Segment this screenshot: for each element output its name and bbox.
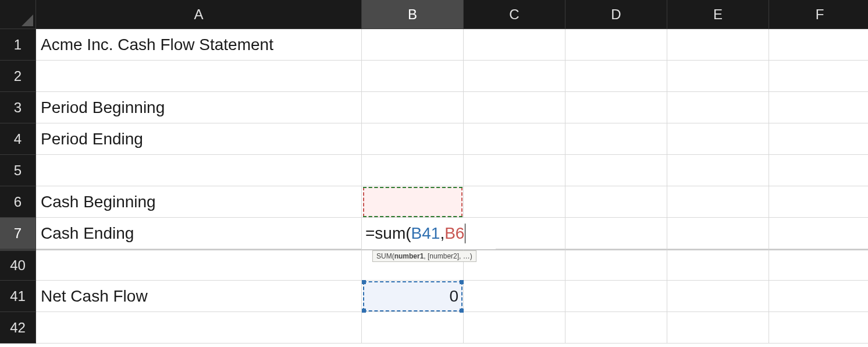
cell-value: Acme Inc. Cash Flow Statement: [41, 36, 273, 54]
tooltip-fn: SUM: [376, 252, 392, 260]
formula-text-prefix: =sum(: [365, 224, 411, 243]
cell-value: Period Beginning: [41, 98, 165, 117]
cell-c4[interactable]: [464, 123, 565, 155]
cell-b2[interactable]: [362, 61, 464, 92]
cell-value: Cash Beginning: [41, 193, 156, 211]
cell-d6[interactable]: [565, 186, 667, 218]
cell-d7[interactable]: [565, 218, 667, 249]
column-headers: ABCDEF: [36, 0, 868, 29]
cell-c1[interactable]: [464, 29, 565, 61]
cell-e7[interactable]: [667, 218, 769, 249]
cell-c42[interactable]: [464, 312, 565, 344]
row-header-2[interactable]: 2: [0, 61, 36, 92]
cell-a7[interactable]: Cash Ending: [36, 218, 362, 249]
formula-edit-cell[interactable]: =sum(B41,B6: [362, 218, 496, 249]
cell-f41[interactable]: [769, 281, 868, 312]
cell-a6[interactable]: Cash Beginning: [36, 186, 362, 218]
cell-e41[interactable]: [667, 281, 769, 312]
row-header-1[interactable]: 1: [0, 29, 36, 61]
cell-f4[interactable]: [769, 123, 868, 155]
cell-b1[interactable]: [362, 29, 464, 61]
formula-ref1: B41: [411, 224, 440, 243]
cell-c5[interactable]: [464, 155, 565, 186]
row-header-4[interactable]: 4: [0, 123, 36, 155]
cell-f1[interactable]: [769, 29, 868, 61]
cell-e6[interactable]: [667, 186, 769, 218]
cell-c6[interactable]: [464, 186, 565, 218]
cell-a5[interactable]: [36, 155, 362, 186]
row-headers: 1234567404142: [0, 29, 36, 344]
cell-f6[interactable]: [769, 186, 868, 218]
cell-b5[interactable]: [362, 155, 464, 186]
column-header-e[interactable]: E: [667, 0, 769, 29]
cell-c2[interactable]: [464, 61, 565, 92]
cell-a40[interactable]: [36, 249, 362, 281]
cell-d41[interactable]: [565, 281, 667, 312]
cell-d40[interactable]: [565, 249, 667, 281]
row-header-3[interactable]: 3: [0, 92, 36, 123]
cell-grid[interactable]: Acme Inc. Cash Flow StatementPeriod Begi…: [36, 29, 868, 344]
column-header-b[interactable]: B: [362, 0, 464, 29]
cell-value: Cash Ending: [41, 224, 134, 243]
formula-sep: ,: [440, 224, 444, 243]
cell-b42[interactable]: [362, 312, 464, 344]
cell-e5[interactable]: [667, 155, 769, 186]
cell-b6[interactable]: [362, 186, 464, 218]
row-header-41[interactable]: 41: [0, 281, 36, 312]
select-all-triangle-icon: [22, 15, 33, 26]
row-header-6[interactable]: 6: [0, 186, 36, 218]
cell-f5[interactable]: [769, 155, 868, 186]
tooltip-rest: , [number2], …): [424, 252, 472, 260]
cell-a41[interactable]: Net Cash Flow: [36, 281, 362, 312]
cell-c41[interactable]: [464, 281, 565, 312]
row-header-5[interactable]: 5: [0, 155, 36, 186]
column-header-c[interactable]: C: [464, 0, 565, 29]
cell-d1[interactable]: [565, 29, 667, 61]
cell-e1[interactable]: [667, 29, 769, 61]
row-header-40[interactable]: 40: [0, 249, 36, 281]
column-header-a[interactable]: A: [36, 0, 362, 29]
cell-a42[interactable]: [36, 312, 362, 344]
cell-value: 0: [449, 287, 458, 306]
cell-c40[interactable]: [464, 249, 565, 281]
cell-a3[interactable]: Period Beginning: [36, 92, 362, 123]
spreadsheet: ABCDEF 1234567404142 Acme Inc. Cash Flow…: [0, 0, 868, 347]
cell-f7[interactable]: [769, 218, 868, 249]
column-header-d[interactable]: D: [565, 0, 667, 29]
cell-e40[interactable]: [667, 249, 769, 281]
cell-e2[interactable]: [667, 61, 769, 92]
text-cursor: [465, 224, 465, 243]
cell-a1[interactable]: Acme Inc. Cash Flow Statement: [36, 29, 362, 61]
tooltip-arg-bold: number1: [394, 252, 424, 260]
cell-d42[interactable]: [565, 312, 667, 344]
cell-b4[interactable]: [362, 123, 464, 155]
row-header-7[interactable]: 7: [0, 218, 36, 249]
cell-d2[interactable]: [565, 61, 667, 92]
cell-value: Period Ending: [41, 130, 143, 148]
cell-f42[interactable]: [769, 312, 868, 344]
cell-e42[interactable]: [667, 312, 769, 344]
cell-f2[interactable]: [769, 61, 868, 92]
select-all-corner[interactable]: [0, 0, 36, 29]
row-header-42[interactable]: 42: [0, 312, 36, 344]
cell-b3[interactable]: [362, 92, 464, 123]
cell-d5[interactable]: [565, 155, 667, 186]
cell-a4[interactable]: Period Ending: [36, 123, 362, 155]
cell-e4[interactable]: [667, 123, 769, 155]
cell-b41[interactable]: 0: [362, 281, 464, 312]
cell-f40[interactable]: [769, 249, 868, 281]
cell-c3[interactable]: [464, 92, 565, 123]
column-header-f[interactable]: F: [769, 0, 868, 29]
formula-ref2: B6: [444, 224, 464, 243]
cell-e3[interactable]: [667, 92, 769, 123]
formula-tooltip[interactable]: SUM(number1, [number2], …): [372, 250, 476, 262]
cell-a2[interactable]: [36, 61, 362, 92]
cell-d4[interactable]: [565, 123, 667, 155]
cell-value: Net Cash Flow: [41, 287, 148, 306]
cell-d3[interactable]: [565, 92, 667, 123]
cell-f3[interactable]: [769, 92, 868, 123]
